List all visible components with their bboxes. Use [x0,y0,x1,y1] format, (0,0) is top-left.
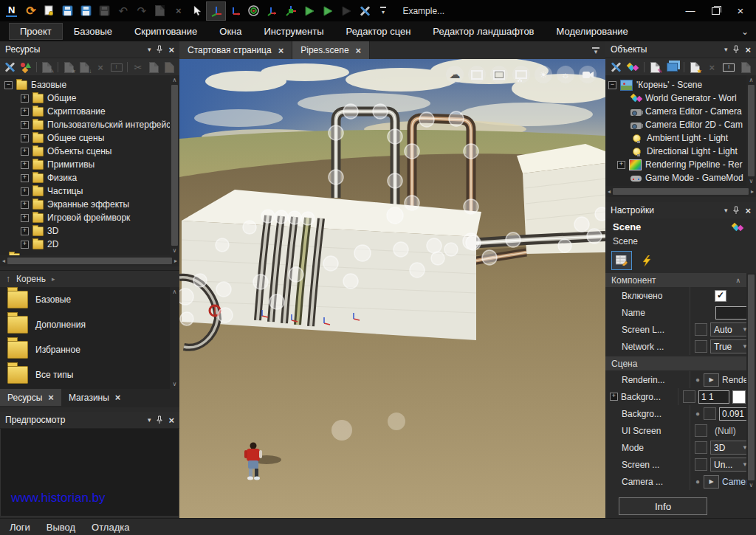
menu-scripting[interactable]: Скриптование [123,23,208,40]
breadcrumb[interactable]: ↑ Корень ▸ [0,270,179,288]
list-item[interactable]: Все типы [0,362,179,387]
expand-icon[interactable]: + [21,201,29,209]
tree-item[interactable]: +Игровой фреймворк [4,211,179,224]
scene-viewport[interactable]: ☁ ☀ ☼ [179,59,605,519]
resources-tree-scrollbar[interactable]: ∧∨ [170,75,179,255]
shadows-toggle-button[interactable]: ☁ [446,66,464,83]
resources-options-icon[interactable] [3,60,16,75]
tree-item[interactable]: +Rendering Pipeline - Rer [608,158,756,171]
edit-object-icon[interactable]: ✎ [648,60,663,75]
tab-stores[interactable]: Магазины× [61,389,128,406]
expand-icon[interactable]: + [21,108,29,116]
panel-menu-icon[interactable]: ▾ [724,207,728,214]
expand-icon[interactable]: + [21,121,29,129]
expand-icon[interactable]: + [21,214,29,222]
tree-item[interactable]: +2D [4,238,179,251]
tab-close-icon[interactable]: × [356,45,362,56]
resources-display-icon[interactable] [18,60,32,75]
default-value-button[interactable] [704,407,716,420]
play-icon[interactable] [300,2,318,20]
expand-icon[interactable]: + [21,227,29,235]
move-snap-tool-icon[interactable] [263,2,281,20]
menu-windows[interactable]: Окна [208,23,252,40]
section-scene[interactable]: Сцена [605,356,746,370]
collapse-section-icon[interactable]: ∧ [735,277,740,284]
select-tool-icon[interactable] [188,2,206,20]
tab-events[interactable] [636,251,657,270]
tree-item[interactable]: Directional Light - Light [608,145,756,158]
tab-resources[interactable]: Ресурсы× [0,389,61,406]
expand-icon[interactable]: + [610,393,618,401]
expand-reference-button[interactable]: ▶ [704,373,719,387]
expand-icon[interactable]: + [21,94,29,103]
move-tool-icon[interactable] [226,2,244,20]
panel-close-icon[interactable]: × [168,415,174,426]
tab-properties[interactable] [611,251,632,270]
new-object-icon[interactable]: ★ [688,60,703,75]
tree-item[interactable]: +Общие [4,92,179,105]
new-resource-icon[interactable] [40,2,58,20]
save-as-icon[interactable] [77,2,95,20]
tree-item[interactable]: Game Mode - GameMod [608,171,756,184]
expand-icon[interactable]: + [617,161,625,169]
tab-list-icon[interactable]: ▾ [592,47,599,54]
status-output[interactable]: Вывод [47,522,75,533]
tree-item[interactable]: +Общее сцены [4,131,179,145]
menu-project[interactable]: Проект [9,23,63,40]
tree-item[interactable]: Ambient Light - Light [608,131,756,145]
menu-terrain-editor[interactable]: Редактор ландшафтов [422,23,545,40]
display-monitor-button[interactable] [512,66,530,83]
panel-menu-icon[interactable]: ▾ [148,416,151,424]
expand-icon[interactable]: + [21,174,29,182]
tree-item-root[interactable]: − Базовые [4,78,179,92]
display-borders-button[interactable] [490,66,508,83]
menu-tools[interactable]: Инструменты [253,23,335,40]
display-frame-button[interactable] [468,66,486,83]
list-item[interactable]: Базовые [0,287,179,312]
default-value-button[interactable] [695,323,707,336]
tree-item[interactable]: Camera Editor 2D - Cam [608,118,756,131]
pin-icon[interactable] [732,45,740,54]
camera-button[interactable] [579,66,597,83]
rotate-tool-icon[interactable] [244,2,263,20]
objects-tree-hscrollbar[interactable]: ◂▸ [605,186,756,197]
default-value-button[interactable] [683,390,695,403]
play-scene-icon[interactable] [318,2,337,20]
close-button[interactable]: × [729,3,752,19]
menu-scene-editor[interactable]: Редактор сцен [335,23,422,40]
panel-menu-icon[interactable]: ▾ [724,46,728,53]
list-item[interactable]: Избранное [0,337,179,362]
transform-tool-icon[interactable] [206,1,226,21]
expand-icon[interactable]: + [21,161,29,169]
refresh-icon[interactable]: ⟳ [21,2,40,20]
settings-scrollbar[interactable]: ∨ [746,273,756,490]
tree-item[interactable]: +Частицы [4,184,179,198]
expand-icon[interactable]: + [21,187,29,196]
create-component-icon[interactable] [625,60,640,75]
pin-icon[interactable] [156,415,163,424]
section-component[interactable]: Компонент ∧ [605,273,746,287]
status-logs[interactable]: Логи [10,522,30,533]
tree-item[interactable]: +Скриптование [4,105,179,118]
objects-tree-scrollbar[interactable]: ∧∨ [746,75,756,186]
brightness-button[interactable]: ☀ [535,66,552,83]
background-color-input[interactable]: 1 1 [698,390,729,404]
collapse-icon[interactable]: − [4,81,13,89]
expand-reference-button[interactable]: ▶ [704,475,719,489]
collapse-icon[interactable]: − [608,81,616,89]
tree-item[interactable]: +Экранные эффекты [4,198,179,211]
tools-icon[interactable] [355,2,374,20]
status-debug[interactable]: Отладка [92,522,129,533]
tree-item[interactable]: World Generator - Worl [608,92,756,105]
panel-close-icon[interactable]: × [745,44,751,55]
list-item[interactable]: Дополнения [0,312,179,337]
scale-tool-icon[interactable] [281,2,300,20]
tab-close-icon[interactable]: × [278,45,284,56]
expand-icon[interactable]: + [21,241,29,249]
tree-item[interactable]: +Примитивы [4,158,179,171]
resources-tree-hscrollbar[interactable]: ◂▸ [0,255,179,266]
tab-pipes-scene[interactable]: Pipes.scene× [292,41,370,59]
app-logo[interactable]: N [6,4,17,17]
tab-close-icon[interactable]: × [48,392,54,403]
mode-dropdown[interactable]: 3D▼ [710,441,752,455]
